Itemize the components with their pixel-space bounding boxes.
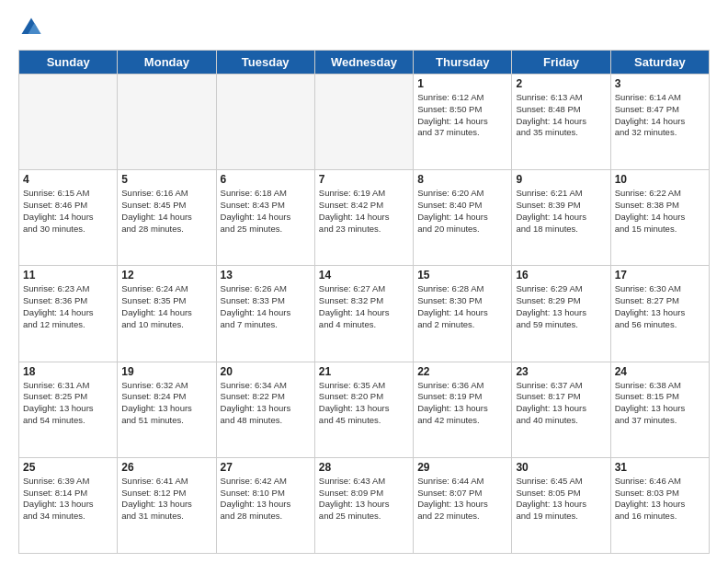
calendar-cell: 29Sunrise: 6:44 AM Sunset: 8:07 PM Dayli… [414,457,512,553]
day-number: 20 [221,365,311,378]
day-number: 31 [615,461,705,474]
day-number: 23 [516,365,606,378]
day-info: Sunrise: 6:16 AM Sunset: 8:45 PM Dayligh… [121,188,211,235]
calendar-cell: 1Sunrise: 6:12 AM Sunset: 8:50 PM Daylig… [414,75,512,170]
dow-header-wednesday: Wednesday [314,51,413,75]
week-row-4: 18Sunrise: 6:31 AM Sunset: 8:25 PM Dayli… [19,362,710,457]
week-row-3: 11Sunrise: 6:23 AM Sunset: 8:36 PM Dayli… [19,266,710,362]
day-number: 21 [319,365,409,378]
dow-header-saturday: Saturday [610,51,709,75]
dow-header-sunday: Sunday [19,51,118,75]
calendar-cell: 20Sunrise: 6:34 AM Sunset: 8:22 PM Dayli… [216,362,314,457]
day-number: 16 [516,269,606,282]
day-info: Sunrise: 6:45 AM Sunset: 8:05 PM Dayligh… [516,476,606,523]
day-number: 15 [417,269,507,282]
calendar-cell: 7Sunrise: 6:19 AM Sunset: 8:42 PM Daylig… [314,170,413,266]
day-info: Sunrise: 6:34 AM Sunset: 8:22 PM Dayligh… [221,380,311,427]
day-number: 14 [319,269,409,282]
day-number: 11 [23,269,113,282]
day-number: 28 [319,461,409,474]
day-number: 30 [516,461,606,474]
dow-header-monday: Monday [118,51,216,75]
header [18,15,710,40]
calendar-body: 1Sunrise: 6:12 AM Sunset: 8:50 PM Daylig… [19,75,710,554]
day-info: Sunrise: 6:30 AM Sunset: 8:27 PM Dayligh… [615,283,705,330]
calendar-cell [216,75,314,170]
calendar-cell: 2Sunrise: 6:13 AM Sunset: 8:48 PM Daylig… [512,75,610,170]
day-info: Sunrise: 6:20 AM Sunset: 8:40 PM Dayligh… [417,188,507,235]
day-number: 3 [615,77,705,90]
calendar-cell: 3Sunrise: 6:14 AM Sunset: 8:47 PM Daylig… [610,75,709,170]
calendar-cell: 11Sunrise: 6:23 AM Sunset: 8:36 PM Dayli… [19,266,118,362]
day-info: Sunrise: 6:14 AM Sunset: 8:47 PM Dayligh… [615,92,705,139]
day-info: Sunrise: 6:39 AM Sunset: 8:14 PM Dayligh… [23,476,113,523]
dow-header-friday: Friday [512,51,610,75]
day-number: 2 [516,77,606,90]
calendar-cell [118,75,216,170]
calendar-cell: 17Sunrise: 6:30 AM Sunset: 8:27 PM Dayli… [610,266,709,362]
day-info: Sunrise: 6:22 AM Sunset: 8:38 PM Dayligh… [615,188,705,235]
calendar-cell: 9Sunrise: 6:21 AM Sunset: 8:39 PM Daylig… [512,170,610,266]
calendar-cell: 4Sunrise: 6:15 AM Sunset: 8:46 PM Daylig… [19,170,118,266]
calendar-cell: 12Sunrise: 6:24 AM Sunset: 8:35 PM Dayli… [118,266,216,362]
day-info: Sunrise: 6:24 AM Sunset: 8:35 PM Dayligh… [121,283,211,330]
day-number: 9 [516,173,606,186]
day-number: 6 [221,173,311,186]
dow-header-thursday: Thursday [414,51,512,75]
calendar-cell: 27Sunrise: 6:42 AM Sunset: 8:10 PM Dayli… [216,457,314,553]
day-info: Sunrise: 6:32 AM Sunset: 8:24 PM Dayligh… [121,380,211,427]
day-number: 10 [615,173,705,186]
day-info: Sunrise: 6:21 AM Sunset: 8:39 PM Dayligh… [516,188,606,235]
calendar-cell: 5Sunrise: 6:16 AM Sunset: 8:45 PM Daylig… [118,170,216,266]
day-number: 5 [121,173,211,186]
dow-header-tuesday: Tuesday [216,51,314,75]
day-info: Sunrise: 6:12 AM Sunset: 8:50 PM Dayligh… [417,92,507,139]
calendar-cell: 16Sunrise: 6:29 AM Sunset: 8:29 PM Dayli… [512,266,610,362]
week-row-1: 1Sunrise: 6:12 AM Sunset: 8:50 PM Daylig… [19,75,710,170]
calendar-cell: 19Sunrise: 6:32 AM Sunset: 8:24 PM Dayli… [118,362,216,457]
day-number: 7 [319,173,409,186]
day-number: 19 [121,365,211,378]
day-info: Sunrise: 6:31 AM Sunset: 8:25 PM Dayligh… [23,380,113,427]
day-info: Sunrise: 6:28 AM Sunset: 8:30 PM Dayligh… [417,283,507,330]
calendar-cell: 6Sunrise: 6:18 AM Sunset: 8:43 PM Daylig… [216,170,314,266]
calendar-cell: 28Sunrise: 6:43 AM Sunset: 8:09 PM Dayli… [314,457,413,553]
calendar-cell [19,75,118,170]
day-info: Sunrise: 6:23 AM Sunset: 8:36 PM Dayligh… [23,283,113,330]
calendar-cell: 23Sunrise: 6:37 AM Sunset: 8:17 PM Dayli… [512,362,610,457]
day-number: 4 [23,173,113,186]
day-number: 24 [615,365,705,378]
day-info: Sunrise: 6:41 AM Sunset: 8:12 PM Dayligh… [121,476,211,523]
day-info: Sunrise: 6:37 AM Sunset: 8:17 PM Dayligh… [516,380,606,427]
day-info: Sunrise: 6:19 AM Sunset: 8:42 PM Dayligh… [319,188,409,235]
calendar-cell: 26Sunrise: 6:41 AM Sunset: 8:12 PM Dayli… [118,457,216,553]
day-info: Sunrise: 6:43 AM Sunset: 8:09 PM Dayligh… [319,476,409,523]
day-number: 8 [417,173,507,186]
calendar-cell: 30Sunrise: 6:45 AM Sunset: 8:05 PM Dayli… [512,457,610,553]
day-info: Sunrise: 6:35 AM Sunset: 8:20 PM Dayligh… [319,380,409,427]
day-info: Sunrise: 6:29 AM Sunset: 8:29 PM Dayligh… [516,283,606,330]
day-info: Sunrise: 6:44 AM Sunset: 8:07 PM Dayligh… [417,476,507,523]
day-info: Sunrise: 6:27 AM Sunset: 8:32 PM Dayligh… [319,283,409,330]
days-of-week-row: SundayMondayTuesdayWednesdayThursdayFrid… [19,51,710,75]
week-row-2: 4Sunrise: 6:15 AM Sunset: 8:46 PM Daylig… [19,170,710,266]
calendar-cell: 22Sunrise: 6:36 AM Sunset: 8:19 PM Dayli… [414,362,512,457]
day-number: 12 [121,269,211,282]
calendar-cell: 14Sunrise: 6:27 AM Sunset: 8:32 PM Dayli… [314,266,413,362]
calendar-cell: 24Sunrise: 6:38 AM Sunset: 8:15 PM Dayli… [610,362,709,457]
day-number: 25 [23,461,113,474]
day-info: Sunrise: 6:15 AM Sunset: 8:46 PM Dayligh… [23,188,113,235]
day-info: Sunrise: 6:42 AM Sunset: 8:10 PM Dayligh… [221,476,311,523]
logo-icon [18,15,44,40]
day-number: 27 [221,461,311,474]
day-number: 29 [417,461,507,474]
calendar-cell: 13Sunrise: 6:26 AM Sunset: 8:33 PM Dayli… [216,266,314,362]
page: SundayMondayTuesdayWednesdayThursdayFrid… [0,0,728,563]
calendar-cell: 8Sunrise: 6:20 AM Sunset: 8:40 PM Daylig… [414,170,512,266]
day-number: 17 [615,269,705,282]
day-number: 18 [23,365,113,378]
calendar-cell: 10Sunrise: 6:22 AM Sunset: 8:38 PM Dayli… [610,170,709,266]
calendar-cell: 15Sunrise: 6:28 AM Sunset: 8:30 PM Dayli… [414,266,512,362]
calendar-cell: 18Sunrise: 6:31 AM Sunset: 8:25 PM Dayli… [19,362,118,457]
calendar-cell: 21Sunrise: 6:35 AM Sunset: 8:20 PM Dayli… [314,362,413,457]
